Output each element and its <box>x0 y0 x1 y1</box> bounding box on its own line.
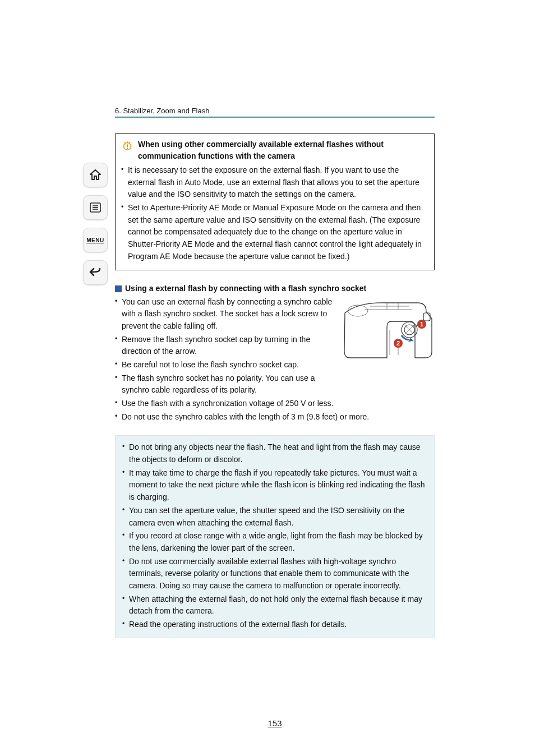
section-bullet-text: Use the flash with a synchronization vol… <box>122 398 435 410</box>
tip-box: When using other commercially available … <box>115 133 435 270</box>
chapter-title: 6. Stabilizer, Zoom and Flash <box>115 107 209 115</box>
section-title: Using a external flash by connecting wit… <box>125 284 366 293</box>
chapter-divider <box>115 116 435 118</box>
note-bullet-text: Do not use commercially available extern… <box>129 556 427 592</box>
note-bullet-text: It may take time to charge the flash if … <box>129 467 427 504</box>
back-arrow-icon <box>89 266 102 279</box>
callout-2: 2 <box>396 340 400 347</box>
note-bullet: •You can set the aperture value, the shu… <box>122 505 427 529</box>
section-bullet: • The flash synchro socket has no polari… <box>115 372 336 397</box>
note-bullet-text: Do not bring any objects near the flash.… <box>129 441 427 465</box>
note-bullet-text: When attaching the external flash, do no… <box>129 593 427 617</box>
page-number-link[interactable]: 153 <box>115 718 435 728</box>
section-bullet: • Do not use the synchro cables with the… <box>115 411 435 423</box>
note-bullet-text: You can set the aperture value, the shut… <box>129 505 427 529</box>
section-bullet: • Use the flash with a synchronization v… <box>115 398 435 410</box>
menu-icon-text: MENU <box>86 237 104 243</box>
section-bullet-text: The flash synchro socket has no polarity… <box>122 372 336 397</box>
nav-menu-button[interactable]: MENU <box>83 228 108 252</box>
section-marker-icon <box>115 285 122 292</box>
section-bullet: • Be careful not to lose the flash synch… <box>115 359 336 371</box>
note-bullet-text: If you record at close range with a wide… <box>129 530 427 554</box>
svg-rect-7 <box>423 313 430 321</box>
notes-box: •Do not bring any objects near the flash… <box>115 435 435 638</box>
note-bullet-text: Read the operating instructions of the e… <box>129 619 427 631</box>
note-bullet: •Do not use commercially available exter… <box>122 556 427 592</box>
nav-back-button[interactable] <box>83 260 108 285</box>
note-bullet: •Read the operating instructions of the … <box>122 619 427 631</box>
note-bullet: •Do not bring any objects near the flash… <box>122 441 427 465</box>
section-heading: Using a external flash by connecting wit… <box>115 284 435 293</box>
callout-1: 1 <box>420 321 423 328</box>
list-icon <box>89 201 102 214</box>
note-bullet: •If you record at close range with a wid… <box>122 530 427 554</box>
svg-point-5 <box>127 147 128 149</box>
tip-bullet-text: It is necessary to set the exposure on t… <box>128 164 428 201</box>
camera-socket-figure: 1 2 <box>342 296 435 363</box>
tip-bullet: • Set to Aperture-Priority AE Mode or Ma… <box>121 202 428 262</box>
section-bullet-text: Remove the flash synchro socket cap by t… <box>122 334 336 358</box>
manual-nav-sidebar: MENU <box>83 163 111 293</box>
section-bullet: • Remove the flash synchro socket cap by… <box>115 334 336 358</box>
section-bullet-text: You can use an external flash by connect… <box>122 296 336 333</box>
tip-icon <box>121 139 133 151</box>
home-icon <box>89 168 102 182</box>
section-bullet: • You can use an external flash by conne… <box>115 296 336 333</box>
nav-toc-button[interactable] <box>83 195 108 220</box>
note-bullet: •When attaching the external flash, do n… <box>122 593 427 617</box>
section-bullet-text: Do not use the synchro cables with the l… <box>122 411 435 423</box>
section-bullet-text: Be careful not to lose the flash synchro… <box>122 359 336 371</box>
svg-point-6 <box>348 305 368 316</box>
tip-title: When using other commercially available … <box>138 139 428 162</box>
chapter-header: 6. Stabilizer, Zoom and Flash <box>115 107 435 120</box>
tip-bullet-text: Set to Aperture-Priority AE Mode or Manu… <box>128 202 428 262</box>
nav-home-button[interactable] <box>83 163 108 187</box>
note-bullet: •It may take time to charge the flash if… <box>122 467 427 504</box>
tip-bullet: • It is necessary to set the exposure on… <box>121 164 428 201</box>
page-content: 6. Stabilizer, Zoom and Flash When using… <box>115 107 435 638</box>
